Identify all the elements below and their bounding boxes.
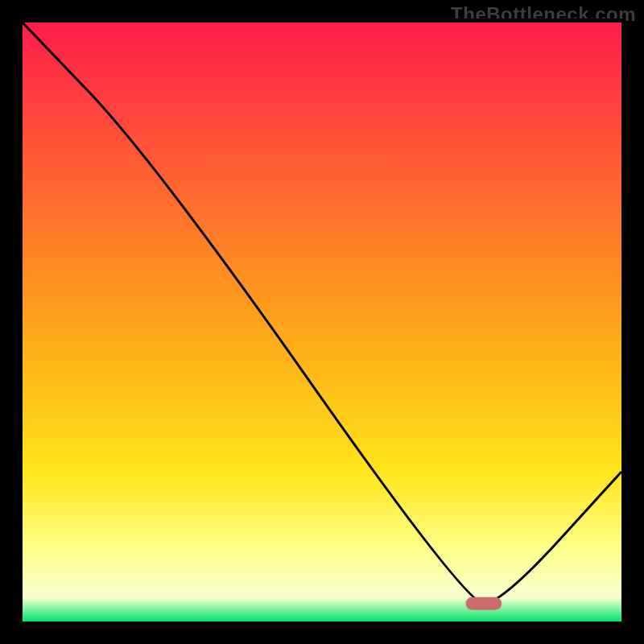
optimum-marker (466, 597, 502, 610)
chart-container: TheBottleneck.com (0, 0, 644, 644)
gradient-background (23, 23, 621, 621)
plot-area (23, 23, 621, 621)
chart-svg (23, 23, 621, 621)
